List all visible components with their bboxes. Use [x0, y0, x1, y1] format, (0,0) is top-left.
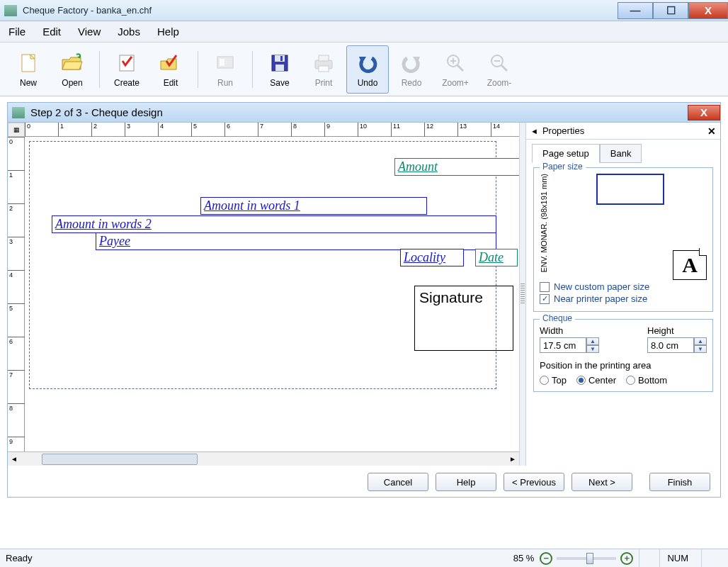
svg-line-12: [457, 65, 463, 71]
run-icon: [213, 51, 237, 75]
near-printer-paper-checkbox[interactable]: ✓Near printer paper size: [540, 293, 707, 304]
field-date[interactable]: Date: [475, 249, 518, 266]
new-button[interactable]: New: [7, 45, 50, 94]
zoom-in-button[interactable]: Zoom+: [434, 45, 477, 94]
maximize-button[interactable]: ☐: [653, 2, 688, 19]
properties-tabs: Page setup Bank: [526, 140, 720, 163]
zoom-out-button[interactable]: Zoom-: [478, 45, 521, 94]
resize-grip-icon[interactable]: [701, 549, 722, 567]
menu-help[interactable]: Help: [154, 23, 182, 40]
spin-down-icon[interactable]: ▼: [586, 345, 599, 353]
ruler-horizontal[interactable]: 01234567891011121314: [25, 123, 519, 137]
design-canvas-area: ▦ 01234567891011121314 0123456789 Amount…: [8, 123, 519, 466]
menu-edit[interactable]: Edit: [40, 23, 64, 40]
field-amount-words-2[interactable]: Amount in words 2: [52, 215, 496, 233]
field-signature[interactable]: Signature: [414, 286, 513, 351]
previous-button[interactable]: < Previous: [504, 473, 564, 491]
field-locality[interactable]: Locality: [400, 249, 464, 266]
minimize-icon: —: [630, 4, 641, 16]
undo-icon: [356, 51, 380, 75]
properties-panel: ◄ Properties ✕ Page setup Bank Paper siz…: [526, 123, 720, 466]
scroll-right-icon[interactable]: ►: [506, 455, 519, 463]
zoom-percent: 85 %: [513, 553, 535, 563]
run-button[interactable]: Run: [204, 45, 246, 94]
tab-page-setup[interactable]: Page setup: [532, 144, 600, 163]
next-button[interactable]: Next >: [571, 473, 632, 491]
field-amount[interactable]: Amount: [394, 158, 519, 176]
width-spinner[interactable]: ▲▼: [540, 337, 599, 353]
spin-up-icon[interactable]: ▲: [586, 337, 599, 345]
new-icon: [16, 51, 40, 75]
svg-rect-10: [319, 66, 329, 72]
open-button[interactable]: Open: [51, 45, 93, 94]
ruler-corner: ▦: [8, 123, 25, 137]
toolbar-separator: [198, 51, 198, 88]
paper-thumbnail[interactable]: [596, 174, 664, 205]
position-bottom-radio[interactable]: Bottom: [626, 375, 667, 386]
edit-button[interactable]: Edit: [149, 45, 192, 94]
zoom-in-status-button[interactable]: +: [620, 552, 633, 565]
help-button[interactable]: Help: [436, 473, 496, 491]
status-num: NUM: [659, 549, 695, 567]
undo-button[interactable]: Undo: [346, 45, 389, 94]
properties-title: Properties: [542, 125, 707, 136]
menu-jobs[interactable]: Jobs: [115, 23, 143, 40]
menu-view[interactable]: View: [75, 23, 103, 40]
edit-icon: [159, 51, 183, 75]
width-label: Width: [540, 325, 599, 336]
zoom-out-status-button[interactable]: −: [540, 552, 552, 565]
radio-icon: [540, 376, 549, 385]
print-button[interactable]: Print: [302, 45, 345, 94]
height-spinner[interactable]: ▲▼: [647, 337, 707, 353]
wizard-icon: [12, 107, 25, 118]
wizard-close-button[interactable]: X: [688, 105, 720, 120]
field-amount-words-1[interactable]: Amount in words 1: [200, 197, 427, 215]
minimize-button[interactable]: —: [618, 2, 653, 19]
wizard-title: Step 2 of 3 - Cheque design: [30, 106, 163, 118]
svg-rect-6: [275, 64, 284, 71]
app-icon: [4, 5, 17, 16]
zoom-slider-thumb[interactable]: [586, 553, 593, 564]
checkbox-checked-icon: ✓: [540, 294, 550, 304]
create-button[interactable]: Create: [106, 45, 148, 94]
menu-file[interactable]: File: [6, 23, 28, 40]
position-top-radio[interactable]: Top: [540, 375, 567, 386]
zoom-slider[interactable]: [557, 557, 616, 560]
cheque-group: Cheque Width ▲▼ Height ▲▼: [533, 319, 713, 392]
height-input[interactable]: [647, 337, 694, 353]
toolbar: New Open Create Edit Run Save Print Undo…: [0, 43, 728, 96]
width-input[interactable]: [540, 337, 586, 353]
position-label: Position in the printing area: [540, 360, 707, 371]
position-center-radio[interactable]: Center: [576, 375, 616, 386]
spin-up-icon[interactable]: ▲: [694, 337, 707, 345]
scrollbar-thumb[interactable]: [42, 454, 198, 465]
wizard-titlebar: Step 2 of 3 - Cheque design X: [8, 103, 720, 123]
print-icon: [312, 51, 336, 75]
scroll-left-icon[interactable]: ◄: [8, 455, 21, 463]
horizontal-scrollbar[interactable]: ◄ ►: [8, 451, 519, 466]
properties-close-button[interactable]: ✕: [707, 125, 716, 137]
close-icon: X: [700, 106, 707, 118]
status-bar: Ready 85 % − + NUM: [0, 549, 728, 567]
finish-button[interactable]: Finish: [649, 473, 710, 491]
cancel-button[interactable]: Cancel: [368, 473, 428, 491]
splitter[interactable]: [519, 123, 526, 466]
field-payee[interactable]: Payee: [96, 232, 496, 250]
collapse-icon[interactable]: ◄: [530, 127, 538, 135]
tab-bank[interactable]: Bank: [600, 144, 642, 163]
orientation-icon[interactable]: A: [673, 250, 707, 280]
redo-button[interactable]: Redo: [390, 45, 433, 94]
redo-icon: [399, 51, 423, 75]
spin-down-icon[interactable]: ▼: [694, 345, 707, 353]
window-title: Cheque Factory - banka_en.chf: [23, 5, 152, 16]
paper-size-group: Paper size ENV. MONAR. (98x191 mm) A New…: [533, 167, 713, 312]
save-button[interactable]: Save: [258, 45, 301, 94]
close-button[interactable]: X: [688, 2, 728, 19]
new-custom-paper-checkbox[interactable]: New custom paper size: [540, 281, 707, 292]
ruler-vertical[interactable]: 0123456789: [8, 137, 25, 451]
paper-name-label: ENV. MONAR. (98x191 mm): [540, 174, 548, 273]
splitter-grip-icon: [521, 284, 525, 305]
design-canvas[interactable]: Amount Amount in words 1 Amount in words…: [25, 137, 519, 451]
cheque-legend: Cheque: [540, 313, 575, 323]
menubar: File Edit View Jobs Help: [0, 21, 728, 43]
